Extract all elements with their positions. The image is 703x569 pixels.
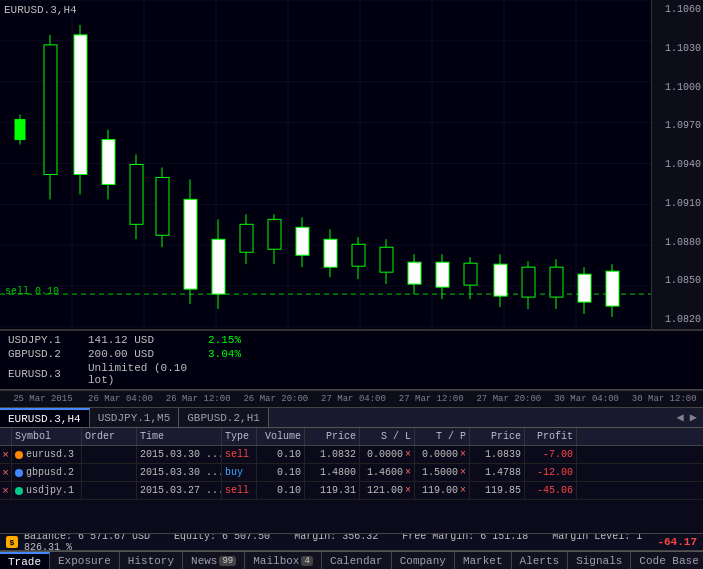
td-price2-2: 119.85: [470, 482, 525, 499]
svg-rect-27: [130, 165, 143, 225]
td-time-0: 2015.03.30 ...: [137, 446, 222, 463]
time-label-0: 25 Mar 2015: [4, 394, 82, 404]
svg-rect-37: [268, 219, 281, 249]
svg-rect-33: [212, 239, 225, 294]
tab-alerts[interactable]: Alerts: [512, 552, 569, 569]
tp-close-1[interactable]: ×: [460, 467, 466, 478]
svg-rect-35: [240, 224, 253, 252]
info-row-0: USDJPY.1 141.12 USD 2.15%: [8, 334, 695, 346]
tab-codebase[interactable]: Code Base: [631, 552, 703, 569]
svg-rect-21: [44, 45, 57, 175]
svg-rect-55: [522, 267, 535, 297]
td-price-1: 1.4800: [305, 464, 360, 481]
td-time-2: 2015.03.27 ...: [137, 482, 222, 499]
time-label-4: 27 Mar 04:00: [315, 394, 393, 404]
td-close-2[interactable]: ×: [0, 482, 12, 499]
th-tp: T / P: [415, 428, 470, 445]
equity-label: Equity:: [174, 533, 216, 542]
balance-value: 6 571.67 USD: [78, 533, 150, 542]
tab-calendar[interactable]: Calendar: [322, 552, 392, 569]
tab-usdjpy-m5[interactable]: USDJPY.1,M5: [90, 408, 180, 427]
th-sl: S / L: [360, 428, 415, 445]
news-badge: 99: [219, 556, 236, 566]
tab-mailbox[interactable]: Mailbox 4: [245, 552, 322, 569]
td-tp-1: 1.5000 ×: [415, 464, 470, 481]
td-tp-2: 119.00 ×: [415, 482, 470, 499]
info-symbol-0: USDJPY.1: [8, 334, 88, 346]
chart-svg: [0, 0, 651, 329]
tab-signals[interactable]: Signals: [568, 552, 631, 569]
info-panel: USDJPY.1 141.12 USD 2.15% GBPUSD.2 200.0…: [0, 330, 703, 390]
th-symbol: Symbol: [12, 428, 82, 445]
trade-table-area: Symbol Order Time Type Volume Price S / …: [0, 428, 703, 533]
svg-rect-43: [352, 244, 365, 266]
tab-history[interactable]: History: [120, 552, 183, 569]
td-type-2: sell: [222, 482, 257, 499]
free-margin-label: Free Margin:: [402, 533, 474, 542]
trade-row-2: × usdjpy.1 2015.03.27 ... sell 0.10 119.…: [0, 482, 703, 500]
tab-eurusd-h4[interactable]: EURUSD.3,H4: [0, 408, 90, 427]
td-symbol-1: gbpusd.2: [12, 464, 82, 481]
tab-scroll-left[interactable]: ◀: [675, 410, 686, 425]
svg-rect-31: [184, 199, 197, 289]
td-order-1: [82, 464, 137, 481]
tab-company[interactable]: Company: [392, 552, 455, 569]
price-scale: 1.1060 1.1030 1.1000 1.0970 1.0940 1.091…: [651, 0, 703, 329]
balance-text: Balance: 6 571.67 USD Equity: 6 507.50 M…: [24, 533, 649, 551]
tab-gbpusd-h1[interactable]: GBPUSD.2,H1: [179, 408, 269, 427]
td-close-1[interactable]: ×: [0, 464, 12, 481]
time-label-5: 27 Mar 12:00: [392, 394, 470, 404]
time-label-8: 30 Mar 12:00: [625, 394, 703, 404]
th-order: Order: [82, 428, 137, 445]
info-symbol-2: EURUSD.3: [8, 368, 88, 380]
svg-rect-29: [156, 177, 169, 235]
info-value-0: 141.12 USD: [88, 334, 208, 346]
chart-area: EURUSD.3,H4: [0, 0, 703, 330]
info-row-2: EURUSD.3 Unlimited (0.10 lot): [8, 362, 695, 386]
th-volume: Volume: [257, 428, 305, 445]
td-symbol-2: usdjpy.1: [12, 482, 82, 499]
svg-rect-25: [102, 140, 115, 185]
td-profit-0: -7.00: [525, 446, 577, 463]
tab-news[interactable]: News 99: [183, 552, 245, 569]
td-volume-0: 0.10: [257, 446, 305, 463]
price-label-4: 1.0940: [654, 159, 701, 170]
td-price-2: 119.31: [305, 482, 360, 499]
price-label-3: 1.0970: [654, 120, 701, 131]
td-volume-2: 0.10: [257, 482, 305, 499]
svg-rect-41: [324, 239, 337, 267]
svg-rect-51: [464, 263, 477, 285]
price-label-2: 1.1000: [654, 82, 701, 93]
td-price-0: 1.0832: [305, 446, 360, 463]
balance-icon: $: [6, 536, 18, 548]
svg-rect-39: [296, 227, 309, 255]
sl-close-1[interactable]: ×: [405, 467, 411, 478]
svg-rect-23: [74, 35, 87, 175]
tab-scroll-right[interactable]: ▶: [688, 410, 699, 425]
balance-bar: $ Balance: 6 571.67 USD Equity: 6 507.50…: [0, 533, 703, 551]
price-label-6: 1.0880: [654, 237, 701, 248]
td-type-0: sell: [222, 446, 257, 463]
tab-market[interactable]: Market: [455, 552, 512, 569]
info-symbol-1: GBPUSD.2: [8, 348, 88, 360]
sl-close-0[interactable]: ×: [405, 449, 411, 460]
tp-close-2[interactable]: ×: [460, 485, 466, 496]
td-sl-1: 1.4600 ×: [360, 464, 415, 481]
tab-trade[interactable]: Trade: [0, 552, 50, 569]
balance-profit: -64.17: [657, 536, 697, 548]
time-label-2: 26 Mar 12:00: [159, 394, 237, 404]
price-label-0: 1.1060: [654, 4, 701, 15]
sell-line-label: sell 0.10: [5, 286, 59, 297]
trade-row-0: × eurusd.3 2015.03.30 ... sell 0.10 1.08…: [0, 446, 703, 464]
sl-close-2[interactable]: ×: [405, 485, 411, 496]
info-value-1: 200.00 USD: [88, 348, 208, 360]
td-tp-0: 0.0000 ×: [415, 446, 470, 463]
td-close-0[interactable]: ×: [0, 446, 12, 463]
svg-rect-57: [550, 267, 563, 297]
equity-value: 6 507.50: [222, 533, 270, 542]
tab-exposure[interactable]: Exposure: [50, 552, 120, 569]
td-volume-1: 0.10: [257, 464, 305, 481]
tp-close-0[interactable]: ×: [460, 449, 466, 460]
chart-tab-bar: EURUSD.3,H4 USDJPY.1,M5 GBPUSD.2,H1 ◀ ▶: [0, 408, 703, 428]
time-axis: 25 Mar 2015 26 Mar 04:00 26 Mar 12:00 26…: [0, 390, 703, 408]
